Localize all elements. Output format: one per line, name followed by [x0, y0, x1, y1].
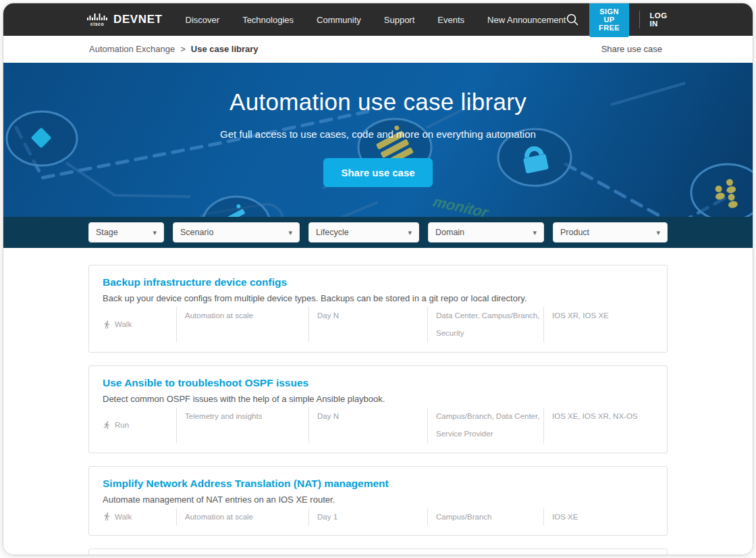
use-case-description: Automate management of NAT entries on an…: [103, 494, 653, 505]
filter-dropdown-scenario[interactable]: Scenario ▾: [173, 222, 300, 243]
top-navbar: cisco DEVNET Discover Technologies Commu…: [3, 3, 753, 36]
filter-label: Lifecycle: [316, 228, 349, 237]
share-use-case-link[interactable]: Share use case: [601, 44, 662, 54]
breadcrumb-automation-exchange[interactable]: Automation Exchange: [89, 44, 175, 54]
breadcrumb-bar: Automation Exchange > Use case library S…: [3, 36, 753, 63]
lifecycle-cell: Day 1: [308, 508, 427, 526]
page-subtitle: Get full access to use cases, code and m…: [220, 128, 536, 140]
stage-label: Walk: [115, 315, 132, 333]
chevron-down-icon: ▾: [533, 228, 537, 237]
domain-cell: Campus/Branch: [427, 508, 543, 526]
walking-person-icon: [103, 320, 111, 329]
lifecycle-cell: Day N: [308, 307, 427, 343]
use-case-card: Use Ansible to troubleshoot OSPF issues …: [88, 365, 668, 453]
product-cell: IOS XE, IOS XR, NX-OS: [543, 407, 653, 443]
browser-window: cisco DEVNET Discover Technologies Commu…: [3, 3, 753, 555]
use-case-title[interactable]: Use Ansible to troubleshoot OSPF issues: [103, 377, 653, 389]
domain-cell: Campus/Branch, Data Center, Service Prov…: [427, 407, 543, 443]
page-title: Automation use case library: [230, 88, 526, 116]
scenario-cell: Automation at scale: [176, 508, 308, 526]
filter-dropdown-domain[interactable]: Domain ▾: [428, 222, 544, 243]
stage-cell: Walk: [103, 307, 176, 343]
stage-cell: Walk: [103, 508, 176, 526]
devnet-wordmark: DEVNET: [113, 13, 163, 26]
filter-label: Domain: [435, 228, 464, 237]
breadcrumb-separator: >: [180, 44, 186, 54]
search-icon[interactable]: [566, 13, 579, 26]
use-case-title[interactable]: Backup infrastructure device configs: [103, 276, 653, 288]
use-case-card: Manage MPLS Layer 3 VPNs Use Ansible to …: [88, 549, 668, 555]
use-case-description: Detect common OSPF issues with the help …: [103, 394, 653, 404]
nav-link-events[interactable]: Events: [437, 15, 464, 25]
use-case-title[interactable]: Simplify Network Address Translation (NA…: [103, 478, 653, 490]
stage-label: Run: [115, 416, 129, 434]
nav-link-community[interactable]: Community: [317, 15, 361, 25]
use-case-meta: Walk Automation at scale Day N Data Cent…: [103, 307, 653, 343]
login-link[interactable]: LOG IN: [649, 11, 667, 28]
product-cell: IOS XR, IOS XE: [543, 307, 653, 343]
use-case-list: Backup infrastructure device configs Bac…: [3, 248, 753, 555]
filter-dropdown-stage[interactable]: Stage ▾: [88, 222, 164, 243]
breadcrumb: Automation Exchange > Use case library: [89, 44, 259, 54]
nav-link-support[interactable]: Support: [384, 15, 415, 25]
running-person-icon: [103, 421, 111, 430]
nav-link-discover[interactable]: Discover: [186, 15, 220, 25]
chevron-down-icon: ▾: [288, 228, 292, 237]
share-use-case-button[interactable]: Share use case: [323, 158, 432, 187]
walking-person-icon: [103, 512, 111, 521]
nav-divider: [639, 11, 640, 28]
nav-link-technologies[interactable]: Technologies: [242, 15, 294, 25]
hero-banner: policies monitor: [3, 63, 753, 217]
filter-label: Stage: [96, 228, 118, 237]
lifecycle-cell: Day N: [308, 407, 427, 443]
scenario-cell: Automation at scale: [176, 307, 308, 343]
use-case-card: Simplify Network Address Translation (NA…: [88, 466, 668, 536]
filter-label: Product: [560, 228, 589, 237]
use-case-card: Backup infrastructure device configs Bac…: [88, 265, 668, 353]
domain-cell: Data Center, Campus/Branch, Security: [427, 307, 543, 343]
sign-up-free-button[interactable]: SIGN UP FREE: [589, 3, 628, 37]
breadcrumb-current-page: Use case library: [191, 44, 259, 54]
cisco-wordmark: cisco: [90, 22, 104, 26]
filter-bar: Stage ▾ Scenario ▾ Lifecycle ▾ Domain ▾ …: [3, 217, 753, 248]
cisco-logo-icon: cisco: [87, 13, 107, 26]
use-case-meta: Walk Automation at scale Day 1 Campus/Br…: [103, 508, 653, 526]
filter-dropdown-product[interactable]: Product ▾: [553, 222, 668, 243]
product-cell: IOS XE: [543, 508, 653, 526]
nav-link-new-announcement[interactable]: New Announcement: [487, 15, 566, 25]
use-case-description: Back up your device configs from multipl…: [103, 293, 653, 303]
stage-label: Walk: [115, 508, 132, 526]
stage-cell: Run: [103, 407, 176, 443]
cisco-devnet-logo[interactable]: cisco DEVNET: [87, 13, 163, 26]
filter-dropdown-lifecycle[interactable]: Lifecycle ▾: [308, 222, 419, 243]
chevron-down-icon: ▾: [656, 228, 660, 237]
chevron-down-icon: ▾: [408, 228, 412, 237]
scenario-cell: Telemetry and insights: [176, 407, 308, 443]
use-case-meta: Run Telemetry and insights Day N Campus/…: [103, 407, 653, 443]
filter-label: Scenario: [180, 228, 213, 237]
chevron-down-icon: ▾: [153, 228, 157, 237]
